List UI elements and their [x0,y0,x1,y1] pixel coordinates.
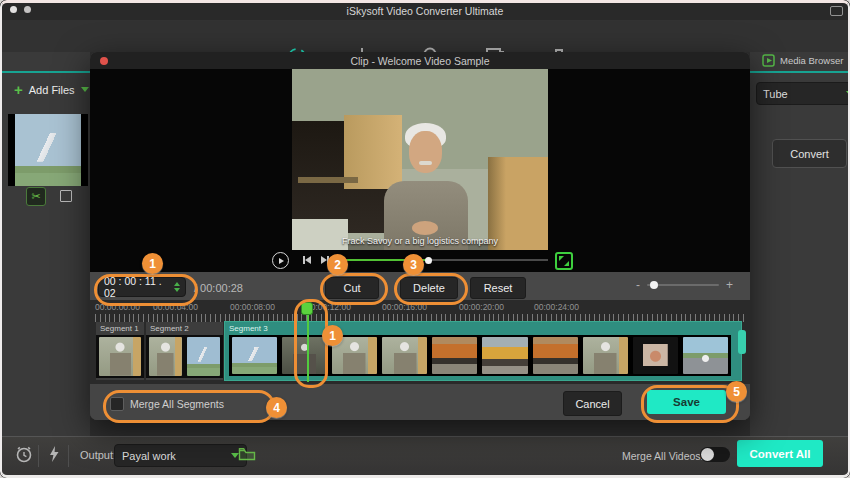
fullscreen-icon [555,252,573,270]
frame-thumbnail-man [583,337,628,374]
segment-thumbs [146,335,223,378]
presenter-face [409,131,442,173]
annotation-badge-5: 5 [726,381,747,402]
annotation-badge-2: 2 [327,254,348,275]
annotation-badge-3: 3 [403,254,424,275]
right-panel [750,52,850,436]
chevron-down-icon [846,91,850,96]
clip-dialog: Clip - Welcome Video Sample Frack Savoy … [90,52,750,420]
presenter-hands [412,221,438,235]
timeline-ticks [95,314,745,322]
cut-tool-icon[interactable]: ✂ [26,187,46,206]
segment-label: Segment 2 [146,322,223,335]
add-files-label: Add Files [29,84,75,96]
ruler-label: 00:00:20:00 [459,302,504,312]
segment-label: Segment 1 [96,322,144,335]
presenter-mustache [419,161,432,165]
divider [38,445,39,467]
annotation-capsule-cut [320,273,388,305]
add-files-button[interactable]: + Add Files [14,81,89,98]
left-panel [0,52,90,436]
dialog-title: Clip - Welcome Video Sample [90,55,750,67]
output-label: Output: [80,449,116,461]
total-duration: / 00:00:28 [194,282,243,294]
merge-videos-toggle[interactable] [700,447,730,462]
format-value: Tube [763,88,788,100]
media-browser-icon [762,54,775,67]
seek-bar[interactable] [340,259,548,261]
annotation-badge-1b: 1 [322,325,343,346]
segment-thumbs [96,335,144,378]
annotation-capsule-delete [394,273,468,305]
fullscreen-button[interactable] [555,252,573,270]
output-format-dropdown[interactable]: Tube [756,82,850,105]
annotation-capsule-time [94,274,198,306]
frame-thumbnail-train-a [533,337,578,374]
frame-thumbnail-train-a [432,337,477,374]
segment-2[interactable]: Segment 2 [146,322,223,380]
frame-thumbnail-train-b [482,337,527,374]
frame-thumbnail-man [382,337,427,374]
divider [68,445,69,467]
annotation-badge-1: 1 [142,253,163,274]
merge-videos-label: Merge All Videos: [622,450,704,462]
play-icon [279,258,284,264]
cancel-button[interactable]: Cancel [563,391,622,416]
airplane-thumb-image [15,114,81,186]
selection-right-handle[interactable] [738,330,746,354]
annotation-badge-4: 4 [266,397,287,418]
zoom-knob[interactable] [650,281,658,289]
main-toolbar [0,20,850,52]
video-caption: Frack Savoy or a big logistics company [292,236,548,246]
frame-thumbnail-man [149,337,182,376]
convert-button[interactable]: Convert [772,139,847,168]
reset-button[interactable]: Reset [470,277,526,299]
annotation-capsule-save [641,385,739,423]
scene-shelf [298,177,358,183]
ruler-label: 00:00:24:00 [534,302,579,312]
annotation-capsule-merge [103,390,275,423]
crop-tool-icon[interactable] [60,190,72,202]
output-folder-value: Payal work [122,450,176,462]
app-window: iSkysoft Video Converter Ultimate [0,0,850,478]
toggle-knob [701,448,714,461]
frame-thumbnail-tv [633,337,678,374]
convert-all-button[interactable]: Convert All [737,440,823,467]
titlebar: iSkysoft Video Converter Ultimate [0,0,850,20]
frame-thumbnail-plane [187,337,220,376]
segment-1[interactable]: Segment 1 [96,322,144,380]
timeline-zoom-slider[interactable]: - + [636,278,733,292]
prev-frame-button[interactable] [303,256,311,264]
seek-knob[interactable] [425,257,432,264]
output-folder-dropdown[interactable]: Payal work [114,444,247,467]
play-button[interactable] [272,252,289,269]
frame-thumbnail-plane [232,337,277,374]
media-browser-button[interactable]: Media Browser [762,54,843,67]
high-speed-icon[interactable] [46,444,62,468]
chevron-down-icon [81,87,89,92]
video-frame: Frack Savoy or a big logistics company [292,69,548,250]
ruler-label: 00:00:08:00 [230,302,275,312]
annotation-capsule-playhead [294,299,328,388]
schedule-icon[interactable] [14,444,34,468]
plus-icon: + [14,81,23,98]
video-thumbnail[interactable] [8,114,88,186]
zoom-out-icon[interactable]: - [636,278,640,292]
dialog-titlebar: Clip - Welcome Video Sample [90,52,750,69]
frame-thumbnail-man [99,337,141,376]
open-folder-icon[interactable] [238,446,256,466]
feedback-bubble-icon[interactable] [830,6,843,16]
timeline[interactable]: 00:00:00:0000:00:04:0000:00:08:0000:00:1… [90,300,750,384]
media-browser-label: Media Browser [780,55,843,66]
zoom-in-icon[interactable]: + [726,278,733,292]
app-title: iSkysoft Video Converter Ultimate [0,5,850,17]
video-preview-area: Frack Savoy or a big logistics company [90,69,750,272]
zoom-track[interactable] [647,284,719,286]
frame-thumbnail-truck [683,337,728,374]
